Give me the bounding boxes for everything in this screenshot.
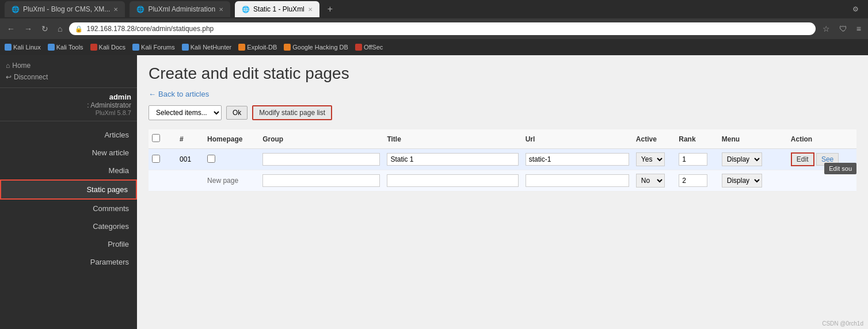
selected-items-dropdown[interactable]: Selected items... xyxy=(149,105,222,120)
bookmark-button[interactable]: ☆ xyxy=(820,23,832,35)
row2-menu-cell: Display Hide xyxy=(718,170,787,192)
edit-tooltip: Edit sou xyxy=(824,163,856,174)
home-button[interactable]: ⌂ xyxy=(55,23,64,35)
kali-docs-icon xyxy=(90,44,97,51)
sidebar-item-media[interactable]: Media xyxy=(0,162,137,179)
row2-group-input[interactable] xyxy=(262,174,380,187)
row1-title-cell xyxy=(383,149,521,170)
tab-2[interactable]: 🌐 PluXml Administration ✕ xyxy=(130,1,230,17)
home-icon: ⌂ xyxy=(6,62,10,70)
row2-rank-input[interactable] xyxy=(679,174,707,187)
bookmark-kali-tools[interactable]: Kali Tools xyxy=(48,44,83,51)
sidebar-version: PluXml 5.8.7 xyxy=(6,109,131,116)
footer-hint: CSDN @0rch1d xyxy=(822,320,863,327)
row1-edit-button[interactable]: Edit xyxy=(791,152,814,166)
back-button[interactable]: ← xyxy=(5,23,17,35)
select-all-checkbox[interactable] xyxy=(152,134,160,142)
row2-rank-cell xyxy=(675,170,718,192)
row1-group-cell xyxy=(259,149,383,170)
row2-menu-select[interactable]: Display Hide xyxy=(722,174,762,188)
row1-rank-cell xyxy=(675,149,718,170)
sidebar-item-comments[interactable]: Comments xyxy=(0,200,137,217)
close-tab-3[interactable]: ✕ xyxy=(308,6,313,13)
table-row: 001 Yes xyxy=(149,149,856,170)
bookmark-kali-forums[interactable]: Kali Forums xyxy=(132,44,175,51)
col-group: Group xyxy=(259,129,383,149)
sidebar-disconnect-link[interactable]: ↩ Disconnect xyxy=(6,71,131,83)
browser-chrome: 🌐 PluXml - Blog or CMS, XM... ✕ 🌐 PluXml… xyxy=(0,0,868,55)
row2-group-cell xyxy=(259,170,383,192)
row2-title-input[interactable] xyxy=(387,174,518,187)
disconnect-icon: ↩ xyxy=(6,73,12,81)
row1-homepage-checkbox[interactable] xyxy=(207,155,215,163)
row2-title-cell xyxy=(383,170,521,192)
sidebar-item-articles[interactable]: Articles xyxy=(0,126,137,144)
col-title: Title xyxy=(383,129,521,149)
bookmark-google-hacking[interactable]: Google Hacking DB xyxy=(284,44,348,51)
row1-checkbox[interactable] xyxy=(152,155,160,163)
title-bar: 🌐 PluXml - Blog or CMS, XM... ✕ 🌐 PluXml… xyxy=(0,0,868,18)
exploitdb-icon xyxy=(238,44,245,51)
row1-active-select[interactable]: Yes No xyxy=(636,152,665,166)
tab-1[interactable]: 🌐 PluXml - Blog or CMS, XM... ✕ xyxy=(5,1,125,17)
col-checkbox xyxy=(149,129,176,149)
ok-button[interactable]: Ok xyxy=(226,106,248,120)
bookmark-exploitdb[interactable]: Exploit-DB xyxy=(238,44,277,51)
col-num: # xyxy=(176,129,204,149)
row1-url-cell xyxy=(522,149,633,170)
col-menu: Menu xyxy=(718,129,787,149)
forward-button[interactable]: → xyxy=(22,23,35,35)
row2-active-select[interactable]: Yes No xyxy=(636,174,665,188)
new-tab-button[interactable]: + xyxy=(324,3,336,16)
row1-menu-select[interactable]: Display Hide xyxy=(722,152,762,166)
extensions-button[interactable]: 🛡 xyxy=(837,23,850,35)
table-row-new: New page Yes No xyxy=(149,170,856,192)
row1-active-cell: Yes No xyxy=(633,149,675,170)
sidebar-home-link[interactable]: ⌂ Home xyxy=(6,60,131,71)
row2-label-cell: New page xyxy=(204,170,259,192)
sidebar-item-parameters[interactable]: Parameters xyxy=(0,253,137,271)
col-action: Action xyxy=(787,129,856,149)
close-tab-2[interactable]: ✕ xyxy=(219,6,223,13)
tab-3[interactable]: 🌐 Static 1 - PluXml ✕ xyxy=(235,1,319,17)
kali-linux-icon xyxy=(5,44,12,51)
static-pages-table: # Homepage Group Title Url Active Rank M… xyxy=(149,129,856,192)
toolbar: Selected items... Ok Modify static page … xyxy=(149,105,856,120)
bookmark-kali-nethunter[interactable]: Kali NetHunter xyxy=(182,44,232,51)
bookmark-kali-docs[interactable]: Kali Docs xyxy=(90,44,125,51)
lock-icon: 🔒 xyxy=(75,25,83,33)
row2-active-cell: Yes No xyxy=(633,170,675,192)
row1-rank-input[interactable] xyxy=(679,153,707,166)
row2-checkbox-cell xyxy=(149,170,176,192)
sidebar-item-new-article[interactable]: New article xyxy=(0,144,137,162)
nav-bar: ← → ↻ ⌂ 🔒 192.168.178.28/core/admin/stat… xyxy=(0,18,868,39)
sidebar-nav: Articles New article Media Static pages … xyxy=(0,121,137,276)
row2-num xyxy=(176,170,204,192)
sidebar-item-profile[interactable]: Profile xyxy=(0,235,137,253)
address-text: 192.168.178.28/core/admin/statiques.php xyxy=(86,25,214,33)
table-header: # Homepage Group Title Url Active Rank M… xyxy=(149,129,856,149)
bookmark-offsec[interactable]: OffSec xyxy=(355,44,383,51)
menu-button[interactable]: ≡ xyxy=(854,23,863,35)
sidebar-item-static-pages[interactable]: Static pages xyxy=(0,179,137,200)
row1-group-input[interactable] xyxy=(262,153,380,166)
row2-url-input[interactable] xyxy=(526,174,629,187)
window-controls[interactable]: ⚙ xyxy=(852,5,859,13)
offsec-icon xyxy=(355,44,362,51)
kali-tools-icon xyxy=(48,44,55,51)
row1-num: 001 xyxy=(176,149,204,170)
bookmark-kali-linux[interactable]: Kali Linux xyxy=(5,44,41,51)
row1-title-input[interactable] xyxy=(387,153,518,166)
reload-button[interactable]: ↻ xyxy=(39,23,51,35)
sidebar-item-categories[interactable]: Categories xyxy=(0,217,137,235)
modify-static-page-list-button[interactable]: Modify static page list xyxy=(252,105,332,120)
row1-url-input[interactable] xyxy=(526,153,629,166)
sidebar-top: ⌂ Home ↩ Disconnect xyxy=(0,55,137,88)
close-tab-1[interactable]: ✕ xyxy=(113,6,118,13)
address-bar[interactable]: 🔒 192.168.178.28/core/admin/statiques.ph… xyxy=(69,22,815,35)
col-homepage: Homepage xyxy=(204,129,259,149)
back-to-articles-link[interactable]: ← Back to articles xyxy=(149,90,209,98)
row1-checkbox-cell xyxy=(149,149,176,170)
row1-menu-cell: Display Hide xyxy=(718,149,787,170)
kali-nethunter-icon xyxy=(182,44,189,51)
